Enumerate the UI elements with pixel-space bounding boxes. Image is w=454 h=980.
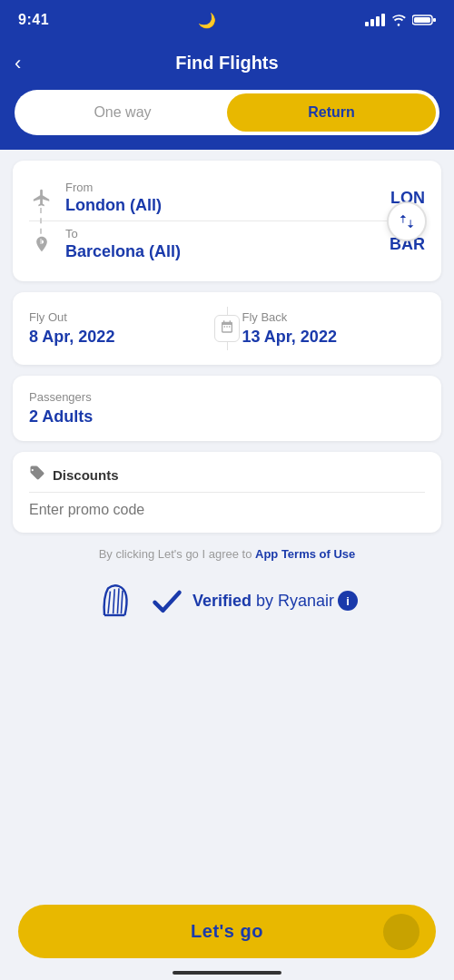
from-row[interactable]: From London (All) LON	[29, 175, 425, 220]
svg-rect-2	[433, 18, 436, 22]
plane-icon	[29, 188, 54, 208]
swap-button[interactable]	[387, 201, 427, 241]
lets-go-label: Let's go	[191, 921, 263, 942]
verified-section: Verified by Ryanair i	[13, 575, 441, 622]
passengers-value: 2 Adults	[29, 407, 425, 426]
discounts-card[interactable]: Discounts	[13, 452, 441, 533]
page-title: Find Flights	[175, 53, 278, 74]
dates-card[interactable]: Fly Out 8 Apr, 2022 Fly Back 13 Apr, 202…	[13, 292, 441, 365]
lets-go-circle	[383, 914, 419, 950]
status-icons	[365, 14, 436, 26]
svg-line-5	[114, 589, 115, 613]
svg-rect-1	[414, 17, 430, 23]
passengers-card[interactable]: Passengers 2 Adults	[13, 376, 441, 441]
to-row[interactable]: To Barcelona (All) BAR	[29, 221, 425, 267]
svg-line-4	[108, 592, 110, 614]
status-bar: 9:41 🌙	[0, 0, 454, 40]
terms-text: By clicking Let's go I agree to App Term…	[13, 544, 441, 564]
route-card[interactable]: From London (All) LON To Barcelona (All)…	[13, 161, 441, 281]
signal-bars-icon	[365, 14, 385, 26]
to-value: Barcelona (All)	[65, 242, 379, 261]
discount-icon	[29, 465, 45, 485]
discounts-title: Discounts	[53, 467, 119, 483]
to-info: To Barcelona (All)	[65, 227, 379, 261]
verified-checkmark-icon	[151, 584, 183, 617]
calendar-icon	[214, 315, 240, 342]
fly-back-col[interactable]: Fly Back 13 Apr, 2022	[242, 307, 426, 350]
verified-bold: Verified	[192, 592, 252, 610]
from-info: From London (All)	[65, 181, 380, 215]
passengers-label: Passengers	[29, 390, 425, 404]
bottom-bar: Let's go	[0, 905, 454, 958]
discounts-header: Discounts	[29, 465, 425, 485]
wifi-icon	[390, 14, 407, 26]
to-label: To	[65, 227, 379, 240]
trip-type-toggle-container: One way Return	[0, 90, 454, 150]
verified-label: Verified by Ryanair	[192, 592, 334, 611]
info-icon[interactable]: i	[338, 591, 358, 611]
promo-code-input[interactable]	[29, 492, 425, 520]
fly-out-col[interactable]: Fly Out 8 Apr, 2022	[29, 307, 212, 350]
svg-line-6	[117, 588, 119, 613]
route-dashed-line	[40, 208, 42, 244]
fly-out-label: Fly Out	[29, 310, 212, 324]
from-value: London (All)	[65, 196, 380, 215]
moon-icon: 🌙	[198, 12, 216, 29]
verified-by-text: by Ryanair	[252, 592, 334, 610]
location-icon	[29, 235, 54, 253]
header: ‹ Find Flights	[0, 40, 454, 90]
home-indicator	[173, 971, 281, 975]
trip-type-toggle: One way Return	[15, 90, 439, 135]
terms-link[interactable]: App Terms of Use	[255, 547, 355, 561]
main-content: From London (All) LON To Barcelona (All)…	[0, 150, 454, 633]
battery-icon	[412, 14, 436, 26]
fly-out-value: 8 Apr, 2022	[29, 328, 212, 347]
status-time: 9:41	[18, 12, 49, 28]
terms-static: By clicking Let's go I agree to	[99, 547, 255, 561]
back-button[interactable]: ‹	[15, 52, 21, 75]
one-way-tab[interactable]: One way	[18, 93, 227, 132]
date-divider	[227, 307, 228, 350]
svg-line-7	[121, 591, 123, 614]
ryanair-logo-icon	[96, 583, 142, 619]
fly-back-value: 13 Apr, 2022	[242, 328, 426, 347]
from-label: From	[65, 181, 380, 194]
return-tab[interactable]: Return	[227, 93, 436, 132]
lets-go-button[interactable]: Let's go	[18, 905, 436, 958]
fly-back-label: Fly Back	[242, 310, 426, 324]
